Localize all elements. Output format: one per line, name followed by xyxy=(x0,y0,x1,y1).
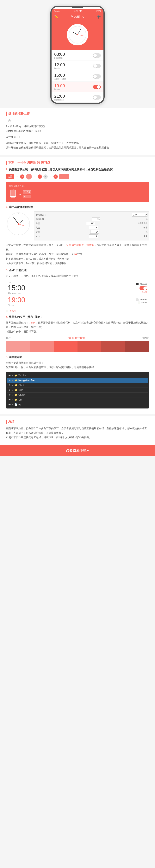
app-title: Meettime xyxy=(71,15,84,19)
toner-swatch-3 xyxy=(78,341,101,352)
arrow1: → xyxy=(16,175,18,178)
phone-section: Carrier 4:34 PM 100% ✏️ Meettime ➕ xyxy=(0,0,155,108)
afternoon-tea-label: Afternoon tea xyxy=(8,292,25,294)
toggle-breakfast[interactable] xyxy=(93,53,101,58)
battery-label: 100% xyxy=(96,10,101,12)
layer-expand-icon-3[interactable]: ▶ xyxy=(12,389,13,391)
blend-mode-select[interactable]: 正常 正片叠底 叠加 xyxy=(132,213,148,217)
layer-eye-icon-0[interactable]: 👁 xyxy=(8,374,11,377)
time-toggle-on[interactable] xyxy=(140,286,147,290)
layer-name-2: Clock xyxy=(18,384,147,386)
clock-second-hand xyxy=(78,35,85,36)
arrow3: → xyxy=(49,175,52,178)
point3-title: 3. 基础1pt的处理 xyxy=(6,269,149,272)
conclusion-section: 总结 画面细节取胜图，但做画个了许多分节节的节节，当学者发展时暂时当前直接使用素… xyxy=(0,416,155,445)
point2-desc: 日常设计稿中，许多设计与同学考虑，都人一个误区：认为扁平就是去一切功能，所以许多… xyxy=(6,243,149,266)
point4-title: 4. 叠差多的应用（叠加+柔光） xyxy=(6,315,149,319)
toggle-afternoon-tea[interactable] xyxy=(93,74,101,79)
phone-mockup: Carrier 4:34 PM 100% ✏️ Meettime ➕ xyxy=(50,6,105,104)
layer-expand-icon-0[interactable]: ▶ xyxy=(12,374,13,376)
blend-mode-label: 混合模式： xyxy=(36,213,46,216)
design-prep-section: 设计的准备工作 工具上： Ps 和 Ps Play（可在玩镜进行预览）Sketc… xyxy=(0,108,155,157)
size-row: 大小： 像素 xyxy=(36,235,148,238)
tools-content: Ps 和 Ps Play（可在玩镜进行预览）Sketch 和 Sketch Mi… xyxy=(6,124,149,133)
layer-name-1: Navigation Bar xyxy=(18,379,147,382)
layer-list: 👁 ▶ 📁 List xyxy=(7,397,148,402)
cup-demo-area: 制作（其余近似）： = 1+2-3 4-3 xyxy=(6,182,149,203)
layer-ring: 👁 ▶ 📁 Ring xyxy=(7,388,148,393)
layer-folder-icon-1: 📁 xyxy=(14,379,17,382)
dinner-label-demo: Dinner xyxy=(8,304,25,306)
color-row-e5e5: #e5e5e5 xyxy=(136,299,147,301)
cta-text: 点赞鼓励下吧~ xyxy=(66,449,89,452)
layer-eye-icon-5[interactable]: 👁 xyxy=(8,399,11,401)
toggle-night-snack[interactable] xyxy=(93,95,101,99)
design-content: 跟制定好像觉颜色、包括主题色、间距、字号大小色、表单规范等设计规范在稿稿的底稿稿… xyxy=(6,141,149,150)
layer-onoff: 👁 ▶ 📁 On/Off xyxy=(7,393,148,397)
tools-label: 工具上： xyxy=(6,118,149,122)
formula-annotation-2: 4-3 xyxy=(23,195,31,198)
opacity-row: 不透明度： % xyxy=(36,217,148,221)
color-toner-section: TINT COLOUR TONER SHADE xyxy=(6,337,149,352)
point3-desc: 正文、副文、主题色、line 的色值选取，最基本即需的把控：把图 xyxy=(6,274,149,278)
cta-section[interactable]: 点赞鼓励下吧~ xyxy=(0,445,155,456)
time-item-afternoon-tea: 15:00 Afternoon tea xyxy=(51,71,104,82)
step-set-btn: 迷置 xyxy=(6,174,14,179)
height-label: 高度： xyxy=(36,226,43,229)
layer-page-icon-6: 📄 xyxy=(14,403,17,406)
step-circle-1 xyxy=(26,174,32,180)
svg-point-10 xyxy=(18,234,19,235)
expand-input[interactable] xyxy=(90,230,99,234)
time-demo-row1: 1:30 15:00 Afternoon tea #333333 On 30 xyxy=(8,282,147,294)
size-input[interactable] xyxy=(89,235,98,238)
time-label-2: Afternoon tea xyxy=(54,78,66,80)
time-label-3: Dinner xyxy=(54,88,65,90)
point4-desc: 此界面的主题色为：f75f54，但界面中需要有辅助色作用时，就如何快速地找到心仪… xyxy=(6,320,149,334)
blend-demo-section: 混合模式： 正常 正片叠底 叠加 不透明度： % 角度： 使用全局光 高度： 像… xyxy=(6,211,149,241)
clock-face xyxy=(67,24,88,45)
toggle-dinner[interactable] xyxy=(93,85,101,89)
svg-point-12 xyxy=(28,223,29,224)
svg-point-11 xyxy=(8,223,8,224)
layer-folder-icon-2: 📁 xyxy=(14,384,17,386)
layer-eye-icon-3[interactable]: 👁 xyxy=(8,389,11,391)
clock-minute-hand xyxy=(77,29,81,35)
formula-steps: 1+2-3 4-3 xyxy=(23,190,31,198)
opacity-input[interactable] xyxy=(92,217,100,221)
layer-name-4: On/Off xyxy=(18,394,147,396)
layer-expand-icon-6[interactable]: ▶ xyxy=(12,404,13,406)
layer-expand-icon-2[interactable]: ▶ xyxy=(12,384,13,386)
layer-expand-icon-5[interactable]: ▶ xyxy=(12,399,13,401)
angle-input[interactable] xyxy=(86,222,95,225)
layer-expand-icon-4[interactable]: ▶ xyxy=(12,394,13,396)
svg-point-9 xyxy=(18,213,19,214)
toggle-lunch[interactable] xyxy=(93,64,101,68)
time-hour-4: 21:00 xyxy=(54,94,65,99)
edit-icon: ✏️ xyxy=(54,15,58,19)
step-rect-final xyxy=(59,174,69,179)
sketch-layers: 👁 ▶ 📁 Top Bar 👁 ▶ 📁 Navigation Bar 👁 ▶ 📁… xyxy=(6,372,149,408)
toner-palette xyxy=(6,341,149,352)
carrier-label: Carrier xyxy=(54,10,61,12)
time-demo-row2: 19:00 Dinner #e5e5e5 #f7f9f4 xyxy=(8,296,147,306)
toner-header: TINT COLOUR TONER SHADE xyxy=(6,337,149,339)
point5-desc: 永远不要让自己的画面乱成一团！优秀的UI设计界，画面应必要使有序，推荐大家用英文… xyxy=(6,361,149,370)
layer-eye-icon-4[interactable]: 👁 xyxy=(8,394,11,396)
design-prep-title: 设计的准备工作 xyxy=(6,112,149,116)
layer-expand-icon-1[interactable]: ▶ xyxy=(12,379,13,381)
time-on-30: On 30 xyxy=(142,291,147,293)
step-badge-3: 3 xyxy=(43,175,48,179)
layer-eye-icon-1[interactable]: 👁 xyxy=(8,379,11,381)
equals-sign: = xyxy=(20,193,21,196)
toner-swatch-5 xyxy=(125,341,149,352)
toner-title-center: COLOUR TONER xyxy=(68,337,85,339)
status-time: 4:34 PM xyxy=(74,10,82,12)
height-input[interactable] xyxy=(89,226,98,229)
layer-folder-icon-4: 📁 xyxy=(14,394,17,396)
conclusion-content: 画面细节取胜图，但做画个了许多分节节的节节，当学者发展时暂时当前直接使用素材很，… xyxy=(6,426,149,440)
phone-header: ✏️ Meettime ➕ xyxy=(51,13,104,20)
color-small-swatch xyxy=(6,310,8,312)
time-hour-2: 15:00 xyxy=(54,73,66,78)
layer-eye-icon-6[interactable]: 👁 xyxy=(8,403,11,406)
layer-eye-icon-2[interactable]: 👁 xyxy=(8,384,11,386)
